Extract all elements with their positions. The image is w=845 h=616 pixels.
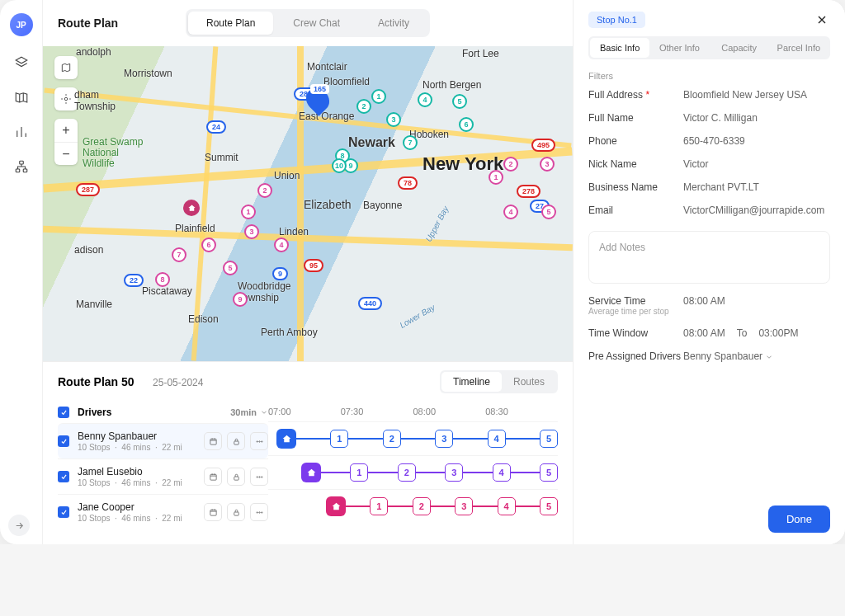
map-stop-marker[interactable]: 2 bbox=[257, 183, 272, 198]
tab-crew-chat[interactable]: Crew Chat bbox=[275, 12, 358, 35]
home-icon bbox=[276, 429, 296, 449]
driver-meta: 10 Stops · 46 mins · 22 mi bbox=[78, 443, 204, 452]
full-address-label: Full Address * bbox=[588, 89, 683, 101]
map-stop-marker[interactable]: 1 bbox=[489, 170, 503, 185]
driver-row[interactable]: Jamel Eusebio 10 Stops · 46 mins · 22 mi bbox=[58, 458, 268, 494]
done-button[interactable]: Done bbox=[768, 505, 830, 533]
calendar-icon[interactable] bbox=[204, 468, 222, 486]
notes-input[interactable]: Add Notes bbox=[588, 231, 830, 284]
map-shield: 22 bbox=[124, 274, 144, 287]
more-icon[interactable] bbox=[250, 503, 268, 521]
tab-route-plan[interactable]: Route Plan bbox=[188, 12, 273, 35]
stop-node[interactable]: 1 bbox=[370, 497, 388, 515]
map-selected-marker-label: 165 bbox=[310, 84, 329, 94]
map-stop-marker[interactable]: 10 bbox=[332, 158, 347, 173]
stop-node[interactable]: 4 bbox=[493, 463, 511, 482]
stop-node[interactable]: 5 bbox=[540, 497, 558, 515]
view-timeline-button[interactable]: Timeline bbox=[441, 372, 502, 392]
zoom-out-button[interactable]: − bbox=[54, 142, 78, 165]
stop-node[interactable]: 3 bbox=[455, 497, 473, 515]
tab-parcel-info[interactable]: Parcel Info bbox=[769, 38, 828, 58]
org-icon[interactable] bbox=[13, 158, 30, 175]
more-icon[interactable] bbox=[250, 468, 268, 486]
map-icon[interactable] bbox=[13, 89, 30, 106]
map-stop-marker[interactable]: 6 bbox=[459, 117, 474, 132]
map-stop-marker[interactable]: 5 bbox=[452, 94, 467, 109]
tab-basic-info[interactable]: Basic Info bbox=[590, 38, 649, 58]
tab-activity[interactable]: Activity bbox=[360, 12, 427, 35]
main-area: Route Plan Route Plan Crew Chat Activity… bbox=[43, 0, 573, 544]
view-routes-button[interactable]: Routes bbox=[502, 372, 556, 392]
map-stop-marker[interactable]: 7 bbox=[172, 247, 186, 262]
map-stop-marker[interactable]: 6 bbox=[201, 237, 216, 252]
driver-checkbox[interactable] bbox=[58, 435, 69, 447]
duration-dropdown[interactable]: 30min bbox=[230, 407, 268, 417]
svg-point-13 bbox=[261, 476, 262, 477]
service-time-value: 08:00 AM bbox=[683, 295, 830, 316]
map-stop-marker[interactable]: 4 bbox=[274, 237, 289, 252]
driver-row[interactable]: Benny Spanbauer 10 Stops · 46 mins · 22 … bbox=[58, 423, 268, 458]
pre-assigned-dropdown[interactable]: Benny Spanbauer bbox=[683, 350, 830, 362]
stop-node[interactable]: 1 bbox=[330, 430, 348, 448]
drivers-label: Drivers bbox=[78, 407, 111, 418]
map-stop-marker[interactable]: 8 bbox=[155, 272, 170, 287]
close-panel-button[interactable] bbox=[814, 12, 830, 28]
stop-node[interactable]: 5 bbox=[540, 463, 558, 482]
map-canvas[interactable]: + − New York Newark Elizabeth Morristown… bbox=[43, 46, 573, 361]
map-label-elizabeth: Elizabeth bbox=[304, 198, 352, 211]
time-window-from: 08:00 AM bbox=[683, 327, 725, 339]
driver-row[interactable]: Jane Cooper 10 Stops · 46 mins · 22 mi bbox=[58, 494, 268, 529]
map-label-linden: Linden bbox=[279, 226, 309, 237]
lock-icon[interactable] bbox=[227, 503, 245, 521]
map-label-morristown: Morristown bbox=[124, 68, 172, 79]
map-depot-marker[interactable] bbox=[183, 200, 200, 216]
stop-node[interactable]: 1 bbox=[350, 463, 368, 482]
map-label-bayonne: Bayonne bbox=[363, 200, 402, 211]
driver-name: Jane Cooper bbox=[78, 501, 204, 513]
map-stop-marker[interactable]: 1 bbox=[241, 205, 256, 219]
map-stop-marker[interactable]: 3 bbox=[244, 224, 259, 239]
map-stop-marker[interactable]: 4 bbox=[418, 92, 432, 107]
app-window: JP Route Plan Route Plan Crew Chat Activ… bbox=[0, 0, 845, 544]
map-label-upper-bay: Upper Bay bbox=[424, 205, 451, 243]
map-shield: 24 bbox=[206, 120, 226, 134]
service-time-label: Service TimeAverage time per stop bbox=[588, 295, 683, 316]
map-stop-marker[interactable]: 9 bbox=[233, 292, 248, 307]
calendar-icon[interactable] bbox=[204, 432, 222, 450]
stop-node[interactable]: 5 bbox=[540, 430, 558, 448]
stop-node[interactable]: 2 bbox=[413, 497, 431, 515]
tab-other-info[interactable]: Other Info bbox=[649, 38, 709, 58]
map-draw-button[interactable] bbox=[54, 56, 78, 79]
stop-node[interactable]: 2 bbox=[383, 430, 401, 448]
map-stop-marker[interactable]: 4 bbox=[503, 205, 518, 219]
driver-checkbox[interactable] bbox=[58, 471, 69, 482]
driver-checkbox[interactable] bbox=[58, 506, 69, 518]
layers-icon[interactable] bbox=[13, 54, 30, 71]
driver-meta: 10 Stops · 46 mins · 22 mi bbox=[78, 478, 204, 487]
user-avatar[interactable]: JP bbox=[10, 13, 33, 36]
more-icon[interactable] bbox=[250, 432, 268, 450]
map-stop-marker[interactable]: 7 bbox=[403, 135, 418, 150]
stop-node[interactable]: 4 bbox=[498, 497, 516, 515]
stop-node[interactable]: 3 bbox=[435, 430, 453, 448]
lock-icon[interactable] bbox=[227, 432, 245, 450]
map-stop-marker[interactable]: 2 bbox=[503, 157, 518, 172]
map-stop-marker[interactable]: 3 bbox=[386, 112, 401, 127]
select-all-checkbox[interactable] bbox=[58, 407, 69, 418]
stop-node[interactable]: 3 bbox=[445, 463, 463, 482]
phone-label: Phone bbox=[588, 135, 683, 147]
calendar-icon[interactable] bbox=[204, 503, 222, 521]
map-stop-marker[interactable]: 5 bbox=[541, 205, 556, 219]
collapse-sidebar-button[interactable] bbox=[8, 515, 30, 536]
stop-node[interactable]: 4 bbox=[488, 430, 506, 448]
map-stop-marker[interactable]: 5 bbox=[223, 261, 238, 275]
chart-icon[interactable] bbox=[13, 124, 30, 140]
tab-capacity[interactable]: Capacity bbox=[710, 38, 769, 58]
stop-node[interactable]: 2 bbox=[398, 463, 416, 482]
map-stop-marker[interactable]: 3 bbox=[540, 157, 555, 172]
lock-icon[interactable] bbox=[227, 468, 245, 486]
map-label-edison: Edison bbox=[188, 313, 219, 325]
map-stop-marker[interactable]: 1 bbox=[371, 89, 386, 104]
zoom-in-button[interactable]: + bbox=[54, 119, 78, 142]
map-stop-marker[interactable]: 2 bbox=[356, 99, 371, 114]
